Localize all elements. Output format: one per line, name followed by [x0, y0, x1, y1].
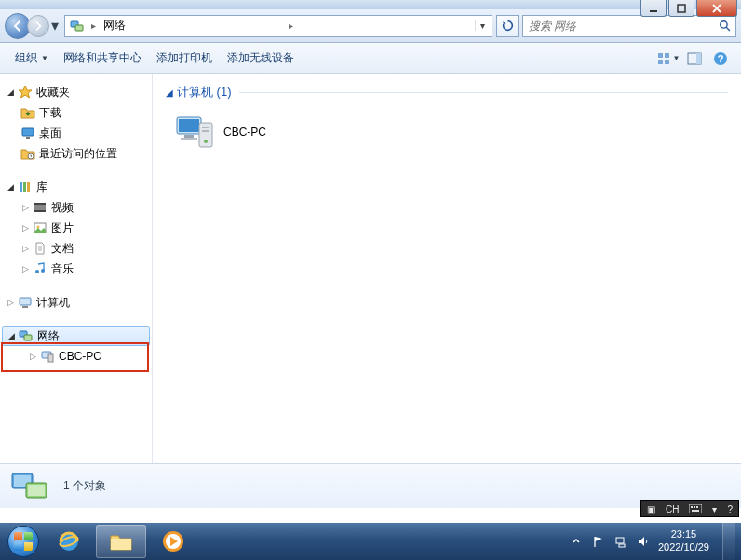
sidebar-item-videos[interactable]: ▷ 视频	[0, 197, 152, 218]
svg-rect-35	[181, 138, 197, 140]
expand-icon: ▷	[20, 244, 31, 254]
search-box[interactable]	[522, 15, 736, 37]
organize-menu[interactable]: 组织▼	[7, 47, 56, 70]
taskbar: 23:15 2022/10/29	[0, 523, 741, 560]
taskbar-ie[interactable]	[44, 525, 94, 558]
navigation-pane: ◢ 收藏夹 下载 桌面 最近访问的位置 ◢ 库	[0, 74, 153, 463]
svg-rect-33	[179, 119, 199, 132]
system-tray: 23:15 2022/10/29	[569, 523, 737, 560]
flag-icon[interactable]	[591, 534, 606, 549]
window-controls	[640, 0, 737, 17]
expand-icon: ▷	[6, 298, 16, 308]
breadcrumb-location[interactable]: 网络	[100, 18, 285, 33]
add-printer-button[interactable]: 添加打印机	[149, 47, 220, 70]
expand-icon: ▷	[20, 223, 31, 233]
refresh-button[interactable]	[496, 15, 519, 37]
lang-restore-icon[interactable]: ▣	[644, 504, 658, 514]
lang-indicator[interactable]: CH	[663, 504, 681, 514]
svg-point-4	[720, 21, 726, 28]
command-toolbar: 组织▼ 网络和共享中心 添加打印机 添加无线设备 ▼ ?	[0, 43, 741, 74]
keyboard-icon[interactable]	[686, 504, 705, 513]
svg-rect-36	[199, 123, 212, 147]
music-icon	[33, 261, 47, 276]
svg-rect-54	[619, 544, 625, 547]
lang-options-icon[interactable]: ▾	[709, 504, 720, 514]
close-button[interactable]	[696, 0, 737, 17]
forward-button[interactable]	[27, 15, 49, 37]
sidebar-item-network-pc[interactable]: ▷ CBC-PC	[0, 346, 152, 367]
expand-icon: ▷	[20, 264, 31, 274]
address-dropdown[interactable]: ▾	[475, 20, 490, 31]
downloads-icon	[20, 105, 35, 120]
computer-group[interactable]: ▷ 计算机	[0, 292, 152, 313]
network-icon	[19, 328, 34, 343]
collapse-icon: ◢	[6, 87, 16, 98]
documents-icon	[33, 241, 47, 256]
start-button[interactable]	[4, 523, 43, 560]
computer-icon	[18, 295, 33, 310]
collapse-icon: ◢	[7, 331, 17, 341]
maximize-button[interactable]	[668, 0, 694, 17]
svg-text:?: ?	[718, 53, 724, 64]
svg-point-24	[35, 270, 39, 273]
svg-rect-21	[34, 210, 46, 212]
sidebar-item-pictures[interactable]: ▷ 图片	[0, 218, 152, 238]
volume-icon[interactable]	[636, 534, 651, 549]
show-desktop-button[interactable]	[722, 523, 735, 560]
tray-overflow-icon[interactable]	[569, 534, 584, 549]
network-group[interactable]: ◢ 网络	[2, 326, 150, 346]
clock-time: 23:15	[658, 528, 709, 541]
minimize-button[interactable]	[640, 0, 667, 17]
svg-rect-48	[692, 510, 699, 512]
sidebar-item-recent[interactable]: 最近访问的位置	[0, 143, 152, 164]
libraries-group[interactable]: ◢ 库	[0, 177, 152, 197]
taskbar-explorer[interactable]	[96, 525, 146, 558]
explorer-body: ◢ 收藏夹 下载 桌面 最近访问的位置 ◢ 库	[0, 74, 741, 463]
svg-rect-47	[696, 506, 698, 508]
sidebar-item-downloads[interactable]: 下载	[0, 102, 152, 123]
computer-item[interactable]: CBC-PC	[171, 110, 270, 154]
svg-rect-45	[691, 506, 693, 508]
search-icon[interactable]	[713, 16, 735, 36]
svg-rect-0	[650, 10, 657, 12]
videos-icon	[33, 200, 47, 215]
sidebar-item-documents[interactable]: ▷ 文档	[0, 238, 152, 259]
section-header[interactable]: ◢ 计算机 (1)	[166, 84, 728, 100]
content-pane: ◢ 计算机 (1) CBC-PC	[153, 74, 741, 463]
svg-rect-16	[20, 182, 22, 192]
lang-help-icon[interactable]: ?	[724, 504, 735, 514]
network-center-button[interactable]: 网络和共享中心	[56, 47, 149, 70]
svg-rect-29	[24, 335, 32, 340]
sidebar-item-desktop[interactable]: 桌面	[0, 123, 152, 143]
address-box[interactable]: ▸ 网络 ▸ ▾	[64, 15, 492, 37]
titlebar	[0, 0, 741, 9]
network-tray-icon[interactable]	[613, 534, 628, 549]
add-wireless-button[interactable]: 添加无线设备	[220, 47, 302, 70]
network-icon	[69, 18, 86, 34]
favorites-group[interactable]: ◢ 收藏夹	[0, 82, 152, 102]
nav-history-dropdown[interactable]: ▾	[49, 17, 61, 35]
svg-rect-1	[678, 5, 685, 12]
svg-rect-3	[75, 25, 83, 31]
breadcrumb-sep-icon[interactable]: ▸	[88, 20, 100, 31]
status-bar: 1 个对象	[0, 463, 741, 508]
taskbar-media-player[interactable]	[148, 525, 198, 558]
svg-rect-31	[48, 354, 53, 362]
preview-pane-button[interactable]	[681, 47, 707, 70]
section-label: 计算机 (1)	[177, 84, 232, 100]
language-bar[interactable]: ▣ CH ▾ ?	[640, 500, 739, 517]
status-text: 1 个对象	[63, 478, 106, 494]
search-input[interactable]	[523, 20, 713, 33]
svg-rect-18	[27, 182, 30, 192]
help-button[interactable]: ?	[707, 47, 734, 70]
breadcrumb-sep-icon[interactable]: ▸	[285, 20, 297, 31]
clock[interactable]: 23:15 2022/10/29	[658, 528, 709, 554]
items-grid: CBC-PC	[166, 110, 728, 154]
computer-item-label: CBC-PC	[223, 126, 266, 139]
svg-point-25	[41, 269, 45, 273]
sidebar-item-music[interactable]: ▷ 音乐	[0, 259, 152, 279]
svg-rect-14	[26, 137, 30, 139]
divider	[239, 92, 729, 93]
view-mode-button[interactable]: ▼	[655, 47, 681, 70]
nav-buttons: ▾	[5, 13, 61, 39]
